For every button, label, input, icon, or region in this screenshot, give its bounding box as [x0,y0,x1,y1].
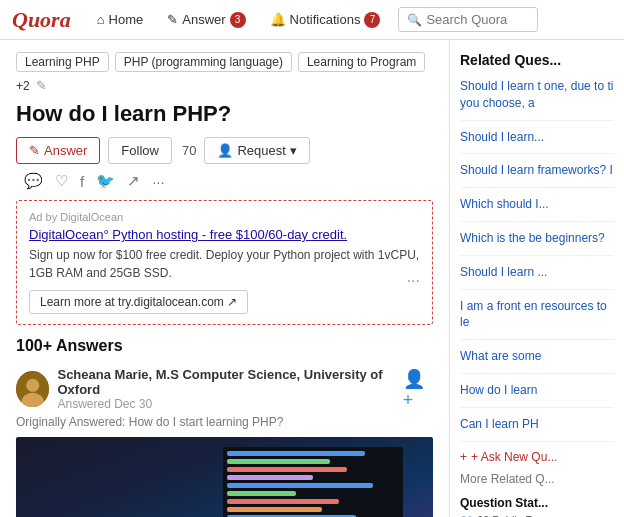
related-question-1[interactable]: Should I learn... [460,129,614,155]
ad-title[interactable]: DigitalOcean° Python hosting - free $100… [29,227,420,242]
related-question-7[interactable]: What are some [460,348,614,374]
ad-more-icon[interactable]: ··· [407,272,420,290]
breadcrumb-learning-php[interactable]: Learning PHP [16,52,109,72]
follow-count: 70 [182,143,196,158]
header: Quora ⌂ Home ✎ Answer 3 🔔 Notifications … [0,0,624,40]
ad-label: Ad by DigitalOcean [29,211,420,223]
person-icon: 👤 [217,143,233,158]
originally-answered: Originally Answered: How do I start lear… [16,415,433,429]
related-question-6[interactable]: I am a front en resources to le [460,298,614,341]
search-box[interactable]: 🔍 [398,7,538,32]
answer-author-row: Scheana Marie, M.S Computer Science, Uni… [16,367,403,411]
related-question-0[interactable]: Should I learn t one, due to ti you choo… [460,78,614,121]
answer-badge: 3 [230,12,246,28]
question-stats-title: Question Stat... [460,496,614,510]
more-icon[interactable]: ··· [152,173,165,190]
author-name[interactable]: Scheana Marie, M.S Computer Science, Uni… [57,367,402,397]
related-question-5[interactable]: Should I learn ... [460,264,614,290]
action-bar: ✎ Answer Follow 70 👤 Request ▾ 💬 ♡ f 🐦 ↗… [16,137,433,190]
answer-item: Scheana Marie, M.S Computer Science, Uni… [16,367,433,517]
more-related[interactable]: More Related Q... [460,472,614,486]
share-icon[interactable]: ↗ [127,172,140,190]
related-question-2[interactable]: Should I learn frameworks? I [460,162,614,188]
quora-logo[interactable]: Quora [12,7,71,33]
people-icon: 👥 [460,514,474,517]
sidebar-title: Related Ques... [460,52,614,68]
breadcrumb-more[interactable]: +2 [16,79,30,93]
home-icon: ⌂ [97,12,105,27]
action-icons: 💬 ♡ f 🐦 ↗ ··· [24,172,165,190]
answer-image [16,437,433,517]
question-stats-detail: 👥 69 Public Fo... [460,514,614,517]
answer-button[interactable]: ✎ Answer [16,137,100,164]
plus-icon: + [460,450,467,464]
answer-icon: ✎ [29,143,40,158]
nav-notifications[interactable]: 🔔 Notifications 7 [260,8,391,32]
content-area: Learning PHP PHP (programming language) … [0,40,449,517]
related-question-3[interactable]: Which should I... [460,196,614,222]
bell-icon: 🔔 [270,12,286,27]
related-question-4[interactable]: Which is the be beginners? [460,230,614,256]
right-sidebar: Related Ques... Should I learn t one, du… [449,40,624,517]
nav-home[interactable]: ⌂ Home [87,8,154,31]
answer-meta: Scheana Marie, M.S Computer Science, Uni… [16,367,433,411]
answer-date: Answered Dec 30 [57,397,402,411]
breadcrumb-learning-program[interactable]: Learning to Program [298,52,425,72]
answers-header: 100+ Answers [16,337,433,355]
breadcrumb-php[interactable]: PHP (programming language) [115,52,292,72]
bookmark-icon[interactable]: ♡ [55,172,68,190]
ad-learn-more-button[interactable]: Learn more at try.digitalocean.com ↗ [29,290,248,314]
nav-answer[interactable]: ✎ Answer 3 [157,8,255,32]
request-button[interactable]: 👤 Request ▾ [204,137,309,164]
ad-description: Sign up now for $100 free credit. Deploy… [29,246,420,282]
add-friend-icon[interactable]: 👤+ [403,368,433,411]
avatar [16,371,49,407]
follow-button[interactable]: Follow [108,137,172,164]
search-input[interactable] [426,12,536,27]
edit-icon[interactable]: ✎ [36,78,47,93]
related-question-9[interactable]: Can I learn PH [460,416,614,442]
code-screen [223,447,403,517]
nav-items: ⌂ Home ✎ Answer 3 🔔 Notifications 7 [87,8,391,32]
ad-box: Ad by DigitalOcean DigitalOcean° Python … [16,200,433,325]
svg-point-1 [26,379,39,392]
page-title: How do I learn PHP? [16,101,433,127]
pencil-icon: ✎ [167,12,178,27]
facebook-icon[interactable]: f [80,173,84,190]
main-container: Learning PHP PHP (programming language) … [0,40,624,517]
related-question-8[interactable]: How do I learn [460,382,614,408]
breadcrumbs: Learning PHP PHP (programming language) … [16,52,433,93]
search-icon: 🔍 [407,13,422,27]
avatar-image [16,371,49,407]
author-info: Scheana Marie, M.S Computer Science, Uni… [57,367,402,411]
twitter-icon[interactable]: 🐦 [96,172,115,190]
chevron-down-icon: ▾ [290,143,297,158]
comment-icon[interactable]: 💬 [24,172,43,190]
notifications-badge: 7 [364,12,380,28]
ask-new-question[interactable]: + + Ask New Qu... [460,450,614,464]
